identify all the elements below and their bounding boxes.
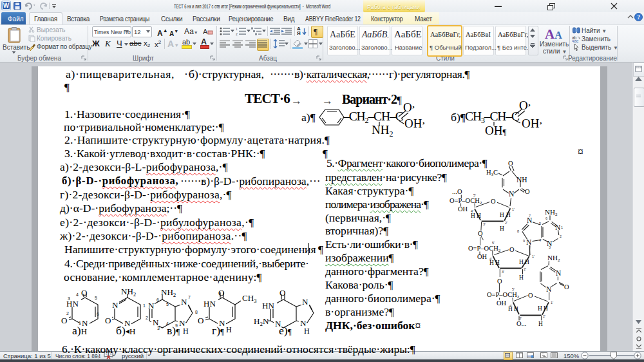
svg-text:O: O: [491, 198, 496, 205]
svg-text:N: N: [556, 269, 562, 277]
svg-text:6: 6: [97, 312, 99, 316]
svg-text:5: 5: [166, 302, 169, 307]
svg-text:NH2: NH2: [121, 287, 136, 298]
svg-text:O=P–OCH2: O=P–OCH2: [450, 197, 482, 205]
svg-text:4': 4': [509, 304, 512, 308]
svg-text:OH: OH: [497, 300, 507, 307]
svg-text:4: 4: [76, 292, 79, 297]
svg-text:H: H: [538, 305, 542, 312]
svg-text:5: 5: [95, 296, 97, 300]
svg-text:HN: HN: [204, 299, 216, 309]
svg-text:O: O: [198, 316, 204, 325]
svg-text:H: H: [506, 212, 511, 218]
svg-text:4: 4: [539, 238, 541, 242]
svg-text:O: O: [61, 316, 67, 325]
svg-text:OH: OH: [477, 253, 488, 260]
svg-text:N: N: [302, 297, 308, 307]
svg-text:O: O: [279, 288, 285, 298]
svg-text:3: 3: [549, 245, 551, 249]
svg-text:NH2: NH2: [161, 287, 176, 298]
svg-text:O: O: [478, 230, 483, 237]
svg-text:1: 1: [561, 225, 563, 229]
svg-text:3': 3': [502, 270, 504, 274]
svg-text:5': 5': [473, 193, 476, 197]
svg-text:6: 6: [545, 216, 547, 220]
svg-text:H: H: [544, 305, 548, 312]
svg-text:3: 3: [157, 326, 160, 330]
svg-text:H2N: H2N: [254, 316, 269, 327]
svg-text:2': 2': [524, 267, 526, 271]
svg-text:N: N: [275, 319, 281, 329]
svg-text:O...: O...: [516, 320, 526, 327]
svg-text:O: O: [564, 283, 569, 291]
svg-text:3': 3': [483, 222, 486, 226]
svg-text:N: N: [148, 301, 155, 310]
svg-text:N: N: [546, 285, 552, 293]
svg-text:2: 2: [146, 316, 148, 320]
svg-text:4': 4': [489, 257, 492, 261]
svg-text:N: N: [509, 190, 515, 198]
svg-text:H: H: [525, 259, 529, 265]
svg-text:...O: ...O: [452, 188, 462, 195]
svg-text:N: N: [181, 297, 187, 307]
svg-text:H: H: [471, 213, 475, 219]
svg-text:H: H: [477, 213, 481, 219]
svg-text:H3C: H3C: [486, 169, 498, 177]
svg-text:H: H: [519, 274, 524, 281]
svg-text:7: 7: [529, 214, 531, 218]
svg-text:N: N: [526, 238, 532, 246]
svg-text:O: O: [525, 188, 530, 195]
svg-text:CH3: CH3: [242, 293, 257, 304]
svg-text:2': 2': [543, 314, 545, 318]
svg-text:1': 1': [532, 254, 535, 258]
svg-text:5: 5: [539, 222, 541, 225]
svg-text:9: 9: [523, 239, 525, 243]
svg-text:O=P–OCH2: O=P–OCH2: [487, 291, 520, 300]
svg-text:8: 8: [195, 310, 198, 314]
svg-text:NH: NH: [516, 176, 527, 184]
svg-text:9: 9: [175, 323, 178, 328]
svg-text:H: H: [500, 212, 504, 218]
svg-text:H: H: [500, 225, 504, 232]
svg-text:N: N: [82, 318, 88, 328]
svg-text:4: 4: [166, 321, 169, 326]
svg-text:1: 1: [143, 303, 146, 308]
svg-text:7: 7: [188, 295, 191, 300]
svg-text:O: O: [508, 160, 513, 167]
svg-text:H: H: [183, 327, 189, 336]
svg-text:N: N: [219, 318, 225, 328]
svg-text:2': 2': [505, 221, 507, 225]
svg-text:1': 1': [551, 301, 553, 305]
svg-text:2: 2: [66, 311, 69, 316]
svg-text:O: O: [218, 288, 224, 298]
svg-text:N: N: [124, 318, 131, 328]
svg-text:5': 5': [492, 241, 495, 245]
svg-text:O: O: [81, 288, 87, 298]
svg-text:H: H: [226, 325, 232, 334]
svg-text:3': 3': [519, 316, 522, 320]
svg-text:O=P–OCH2: O=P–OCH2: [468, 245, 501, 253]
svg-text:O: O: [509, 246, 515, 253]
svg-text:OH: OH: [458, 205, 468, 213]
svg-text:8: 8: [517, 229, 519, 233]
svg-text:H: H: [514, 306, 518, 312]
svg-text:5': 5': [512, 287, 515, 291]
svg-text:3: 3: [68, 296, 70, 301]
svg-text:N: N: [555, 224, 561, 231]
svg-text:NH2: NH2: [545, 208, 558, 217]
svg-text:H: H: [519, 259, 524, 265]
svg-text:H: H: [538, 321, 543, 327]
svg-text:O: O: [105, 316, 111, 325]
svg-text:6: 6: [156, 298, 159, 302]
svg-text:H: H: [495, 260, 500, 266]
svg-text:NH2: NH2: [547, 254, 560, 263]
svg-text:1: 1: [79, 321, 81, 325]
svg-text:2: 2: [560, 234, 562, 238]
svg-text:N: N: [112, 300, 118, 310]
svg-text:HN: HN: [262, 301, 274, 310]
svg-text:O: O: [528, 292, 533, 299]
svg-text:H: H: [304, 327, 310, 336]
svg-text:O: O: [497, 278, 502, 285]
svg-text:1': 1': [512, 207, 515, 211]
svg-text:4': 4': [471, 209, 473, 213]
